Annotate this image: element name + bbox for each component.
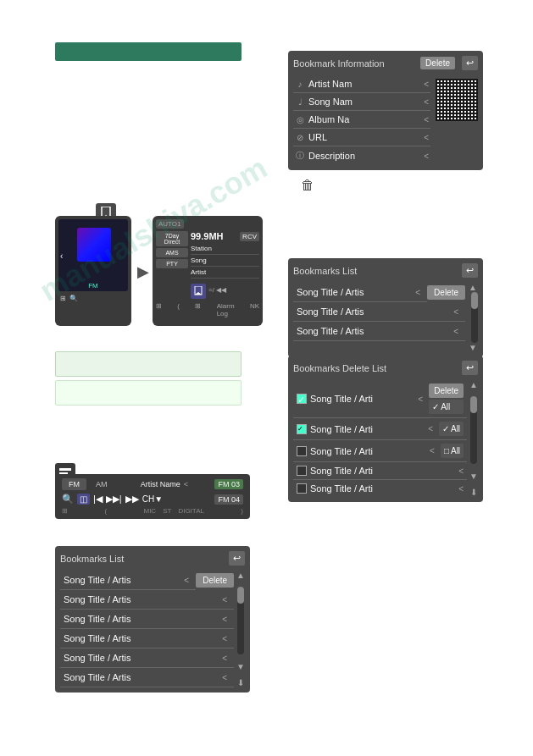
scroll-bar[interactable] bbox=[471, 292, 478, 343]
blist-bottom-row-3[interactable]: Song Title / Artis < bbox=[60, 610, 234, 629]
bdel-item-5: Song Title / Arti bbox=[310, 483, 455, 494]
fm-tab-am[interactable]: AM bbox=[89, 478, 114, 490]
fd2-grid-icon[interactable]: ⊞ bbox=[156, 302, 162, 317]
ctrl-ff-icon[interactable]: ▶▶ bbox=[125, 494, 139, 505]
bdel-scroll-bottom[interactable]: ⬇ bbox=[470, 488, 477, 497]
desc-row[interactable]: ⓘ Description < bbox=[293, 146, 430, 165]
grid-icon[interactable]: ⊞ bbox=[60, 295, 66, 302]
bdel-all-btn-1[interactable]: ✓ All bbox=[429, 400, 464, 414]
bdel-all-btn-3[interactable]: □ All bbox=[441, 444, 464, 458]
blist-row-2[interactable]: Song Title / Artis < bbox=[293, 302, 465, 322]
fm-device-2: AUTO1 7DayDirect AMS PTY 99.9MH RCV Stat… bbox=[153, 216, 263, 326]
artist-arrow: < bbox=[424, 80, 429, 89]
blist-bottom-scroll-bar[interactable] bbox=[237, 587, 244, 654]
bdel-scroll-down[interactable]: ▼ bbox=[469, 472, 478, 481]
fm-song-arrow: < bbox=[184, 480, 188, 488]
blist-bottom-arrow-6: < bbox=[222, 673, 227, 682]
blist-bottom-delete-btn[interactable]: Delete bbox=[196, 573, 234, 588]
ctrl-ch-icon[interactable]: CH▼ bbox=[142, 494, 163, 504]
blist-bottom-row-5[interactable]: Song Title / Artis < bbox=[60, 648, 234, 668]
desc-arrow: < bbox=[424, 152, 429, 161]
desc-icon: ⓘ bbox=[295, 150, 305, 162]
bdel-row-3[interactable]: Song Title / Arti < □ All bbox=[293, 440, 467, 462]
fm-tab-fm[interactable]: FM bbox=[62, 478, 86, 490]
trash-icon[interactable]: 🗑 bbox=[301, 178, 314, 193]
album-row[interactable]: ◎ Album Na < bbox=[293, 111, 430, 129]
ctrl-bookmark-icon[interactable]: ◫ bbox=[77, 494, 90, 505]
blist-item-3: Song Title / Artis bbox=[297, 326, 453, 336]
back-button[interactable]: ↩ bbox=[462, 56, 478, 70]
fd2-left-panel: 7DayDirect AMS PTY bbox=[156, 231, 188, 299]
fm-ch-04: FM 04 bbox=[214, 494, 243, 505]
search-icon[interactable]: 🔍 bbox=[69, 295, 78, 302]
bdel-checkbox-3[interactable] bbox=[297, 446, 307, 456]
blist-bottom-scroll-up[interactable]: ▲ bbox=[236, 571, 245, 580]
fd2-grid-icon-2[interactable]: ⊞ bbox=[195, 302, 201, 317]
fd2-station: Station bbox=[191, 245, 212, 252]
blist-bottom-back-button[interactable]: ↩ bbox=[229, 551, 245, 566]
fd2-right-panel: 99.9MH RCV Station Song Artist =/ ◀◀ bbox=[191, 231, 259, 299]
bookmark-fields: ♪ Artist Nam < ♩ Song Nam < ◎ Album Na <… bbox=[293, 75, 430, 165]
artist-row[interactable]: ♪ Artist Nam < bbox=[293, 75, 430, 93]
fm-song-text: Artist Name bbox=[141, 480, 180, 488]
blist-back-button[interactable]: ↩ bbox=[462, 263, 478, 278]
fm-labels: MIC ST DIGITAL bbox=[143, 507, 203, 515]
all-label: All bbox=[441, 402, 450, 411]
scroll-up-icon[interactable]: ▲ bbox=[469, 283, 477, 292]
song-row[interactable]: ♩ Song Nam < bbox=[293, 93, 430, 111]
svg-marker-3 bbox=[195, 292, 202, 295]
blist-delete-button[interactable]: Delete bbox=[427, 285, 465, 300]
light-green-bar-1 bbox=[55, 351, 242, 377]
bdel-row-1[interactable]: ✓ Song Title / Arti < Delete ✓ All bbox=[293, 380, 467, 418]
scroll-down-icon[interactable]: ▼ bbox=[469, 343, 477, 352]
blist-bottom-scroll-down[interactable]: ▼ bbox=[236, 662, 245, 671]
fm-mic-label: MIC bbox=[143, 507, 156, 515]
fm-song-area: Artist Name < bbox=[141, 480, 188, 488]
bdel-scroll-up[interactable]: ▲ bbox=[469, 380, 478, 389]
bdel-all-btn-2[interactable]: ✓ All bbox=[439, 422, 464, 436]
blist-row-1[interactable]: Song Title / Artis < Delete bbox=[293, 283, 465, 302]
fm-grid-icon[interactable]: ⊞ bbox=[62, 507, 68, 515]
desc-label: Description bbox=[308, 151, 420, 161]
bdel-item-3: Song Title / Arti bbox=[310, 446, 426, 456]
blist-bottom-row-2[interactable]: Song Title / Artis < bbox=[60, 590, 234, 610]
delete-button[interactable]: Delete bbox=[420, 57, 455, 69]
bdel-delete-btn-1[interactable]: Delete bbox=[429, 384, 464, 398]
bdel-checkbox-2[interactable]: ✓ bbox=[297, 424, 307, 434]
blist-row-3[interactable]: Song Title / Artis < bbox=[293, 322, 465, 341]
ctrl-next-icon[interactable]: ▶▶| bbox=[106, 494, 122, 505]
bdel-action-col-3: □ All bbox=[441, 444, 464, 458]
blist-bottom-row-4[interactable]: Song Title / Artis < bbox=[60, 629, 234, 648]
blist-bottom-arrow-2: < bbox=[222, 595, 227, 604]
fd2-eq: =/ ◀◀ bbox=[208, 286, 226, 294]
bdel-header: Bookmarks Delete List ↩ bbox=[293, 361, 478, 375]
square-icon: □ bbox=[444, 446, 449, 455]
fd2-bookmark-icon[interactable] bbox=[191, 284, 206, 299]
url-row[interactable]: ⊘ URL < bbox=[293, 129, 430, 146]
blist-bottom-content: Song Title / Artis < Delete Song Title /… bbox=[60, 571, 245, 687]
blist-bottom-title: Bookmarks List bbox=[60, 554, 124, 564]
bdel-scroll-bar[interactable] bbox=[470, 396, 477, 464]
bdel-back-button[interactable]: ↩ bbox=[462, 361, 478, 375]
blist-bottom-scroll-end[interactable]: ⬇ bbox=[237, 678, 244, 687]
bdel-row-2[interactable]: ✓ Song Title / Arti < ✓ All bbox=[293, 418, 467, 440]
bdel-checkbox-4[interactable] bbox=[297, 466, 307, 476]
bdel-checkbox-1[interactable]: ✓ bbox=[297, 394, 307, 404]
fm-bar: FM AM Artist Name < FM 03 🔍 ◫ |◀ ▶▶| ▶▶ … bbox=[55, 474, 250, 519]
blist-bottom-arrow-4: < bbox=[222, 634, 227, 643]
blist-bottom-row-6[interactable]: Song Title / Artis < bbox=[60, 668, 234, 687]
fm-paren: ( bbox=[104, 507, 107, 515]
ctrl-search-icon[interactable]: 🔍 bbox=[62, 494, 74, 505]
fd2-content: 7DayDirect AMS PTY 99.9MH RCV Station So… bbox=[156, 231, 259, 299]
bdel-row-5[interactable]: Song Title / Arti < bbox=[293, 480, 467, 497]
fm-left-arrow[interactable]: ‹ bbox=[60, 251, 63, 260]
bdel-content: ✓ Song Title / Arti < Delete ✓ All ✓ Son… bbox=[293, 380, 478, 497]
bdel-row-4[interactable]: Song Title / Arti < bbox=[293, 462, 467, 480]
ctrl-prev-icon[interactable]: |◀ bbox=[93, 494, 103, 505]
blist-bottom-row-1[interactable]: Song Title / Artis < bbox=[60, 571, 196, 590]
blist-scrollbar: ▲ ▼ bbox=[465, 283, 478, 352]
fm-st-label: ST bbox=[163, 507, 171, 515]
bookmark-info-panel: Bookmark Information Delete ↩ ♪ Artist N… bbox=[288, 51, 483, 170]
bdel-checkbox-5[interactable] bbox=[297, 483, 307, 494]
fd2-artist-row: Artist bbox=[191, 267, 259, 279]
